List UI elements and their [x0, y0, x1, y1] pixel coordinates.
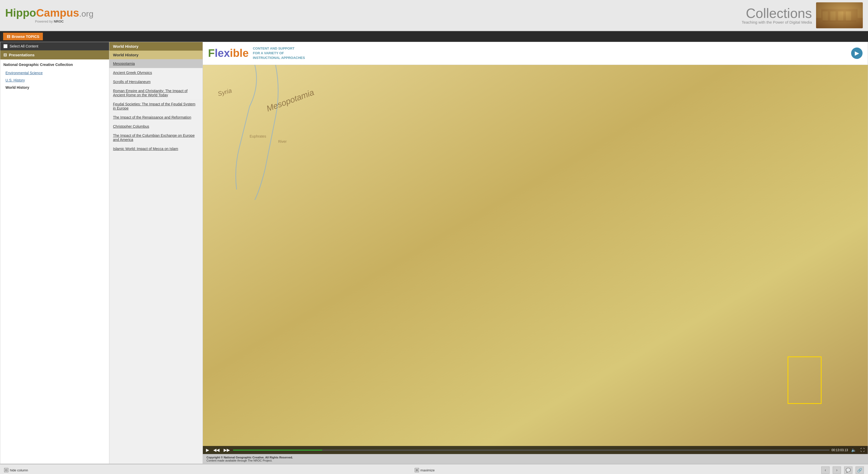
hide-column-plus-icon: ⊟: [4, 468, 8, 472]
sidebar-items: National Geographic Creative Collection …: [0, 59, 109, 464]
sidebar-item-world-history[interactable]: World History: [3, 84, 106, 91]
svg-rect-7: [823, 21, 856, 22]
select-all-label: Select All Content: [10, 44, 38, 48]
svg-rect-10: [203, 65, 868, 454]
middle-item-renaissance[interactable]: The Impact of the Renaissance and Reform…: [110, 113, 203, 122]
collections-image: [816, 2, 863, 28]
logo-area: HippoCampus.org Powered by NROC: [5, 7, 93, 23]
browse-topics-button[interactable]: ⊟ Browse TOPICS: [3, 33, 43, 40]
presentations-label: Presentations: [9, 53, 35, 57]
copyright-bar: Copyright © National Geographic Creative…: [203, 454, 868, 464]
video-controls: ▶ ◀◀ ▶▶ 00:13:03.13 🔈 ⛶: [203, 446, 868, 454]
header: HippoCampus.org Powered by NROC Collecti…: [0, 0, 868, 31]
collections-subtitle: Teaching with the Power of Digital Media: [742, 20, 812, 24]
sidebar-item-us-history[interactable]: U.S. History: [3, 76, 106, 84]
svg-rect-4: [830, 11, 836, 21]
collections-area: Collections Teaching with the Power of D…: [742, 2, 863, 28]
toolbar: ⊟ Browse TOPICS: [0, 31, 868, 42]
svg-rect-1: [816, 18, 863, 28]
middle-item-feudal[interactable]: Feudal Societies: The Impact of the Feud…: [110, 100, 203, 113]
hide-column-label: hide column: [10, 468, 28, 472]
logo-powered-by: Powered by NROC: [5, 20, 93, 23]
middle-item-islamic-world[interactable]: Islamic World: Impact of Mecca on Islam: [110, 144, 203, 153]
collections-title: Collections: [742, 6, 812, 20]
logo-text: HippoCampus.org: [5, 7, 93, 19]
logo-campus: Campus: [36, 7, 79, 19]
flexible-arrow-button[interactable]: ▶: [851, 48, 863, 59]
middle-item-herculaneum[interactable]: Scrolls of Herculaneum: [110, 77, 203, 87]
flexible-banner: Flexible CONTENT AND SUPPORTFOR A VARIET…: [203, 42, 868, 65]
sidebar-item-env-science[interactable]: Environmental Science: [3, 69, 106, 76]
fullscreen-button[interactable]: ⛶: [860, 447, 866, 453]
svg-rect-6: [846, 11, 851, 21]
flexible-lex-letters: lex: [215, 47, 230, 59]
middle-tab: World History: [110, 42, 203, 51]
middle-item-mesopotamia[interactable]: Mesopotamia: [110, 59, 203, 68]
maximize-plus-icon: ⊞: [415, 468, 419, 472]
copyright-text2: Content made available through The NROC …: [207, 459, 273, 462]
middle-section-title: World History: [110, 51, 203, 59]
svg-rect-9: [816, 2, 863, 28]
select-all-bar: Select All Content: [0, 42, 109, 50]
content-area: Select All Content ⊟ Presentations Natio…: [0, 42, 868, 464]
nav-back-button[interactable]: ‹: [821, 467, 830, 474]
maximize-label: maximize: [421, 468, 435, 472]
logo-nroc: NROC: [54, 20, 64, 23]
presentations-bar: ⊟ Presentations: [0, 50, 109, 59]
video-map: Syria Mesopotamia Euphrates River ▶ ◀◀ ▶…: [203, 65, 868, 454]
middle-item-columbus[interactable]: Christopher Columbus: [110, 122, 203, 131]
logo-org: .org: [79, 9, 93, 19]
nav-forward-button[interactable]: ›: [833, 467, 841, 474]
next-button[interactable]: ▶▶: [223, 447, 231, 453]
flexible-ible-letters: ible: [230, 47, 249, 59]
middle-items: Mesopotamia Ancient Greek Olympics Scrol…: [110, 59, 203, 464]
flexible-f-letter: F: [208, 47, 215, 59]
flexible-title: Flexible: [208, 47, 249, 59]
prev-button[interactable]: ◀◀: [212, 447, 220, 453]
svg-rect-3: [823, 11, 828, 21]
browse-topics-label: Browse TOPICS: [12, 34, 39, 39]
time-display: 00:13:03.13: [832, 448, 848, 452]
sidebar: Select All Content ⊟ Presentations Natio…: [0, 42, 110, 464]
copyright-text: Copyright © National Geographic Creative…: [207, 456, 293, 459]
select-all-checkbox[interactable]: [3, 44, 7, 48]
sidebar-collection-title: National Geographic Creative Collection: [3, 63, 106, 67]
svg-text:Euphrates: Euphrates: [250, 134, 266, 138]
svg-rect-2: [821, 10, 858, 24]
bottom-bar: ⊟ hide column ⊞ maximize ‹ › 💬 🔗: [0, 464, 868, 474]
nav-link-button[interactable]: 🔗: [856, 467, 864, 474]
bottom-nav: ‹ › 💬 🔗: [821, 467, 864, 474]
progress-fill: [233, 450, 322, 451]
middle-item-greek-olympics[interactable]: Ancient Greek Olympics: [110, 68, 203, 77]
nav-comment-button[interactable]: 💬: [844, 467, 852, 474]
svg-rect-0: [816, 2, 863, 28]
middle-panel: World History World History Mesopotamia …: [110, 42, 203, 464]
right-panel: Flexible CONTENT AND SUPPORTFOR A VARIET…: [203, 42, 868, 464]
volume-button[interactable]: 🔈: [850, 447, 857, 453]
progress-bar[interactable]: [233, 450, 830, 451]
flexible-description: CONTENT AND SUPPORTFOR A VARIETY OFINSTR…: [253, 46, 847, 61]
minus-presentations-icon: ⊟: [3, 53, 7, 57]
video-area: Syria Mesopotamia Euphrates River ▶ ◀◀ ▶…: [203, 65, 868, 454]
middle-item-columbian-exchange[interactable]: The Impact of the Columbian Exchange on …: [110, 131, 203, 144]
hide-column-button[interactable]: ⊟ hide column: [4, 468, 28, 472]
collections-text-block: Collections Teaching with the Power of D…: [742, 6, 812, 24]
maximize-button[interactable]: ⊞ maximize: [415, 468, 435, 472]
play-button[interactable]: ▶: [205, 447, 210, 453]
minus-icon: ⊟: [7, 34, 10, 39]
logo-hippo: Hippo: [5, 7, 36, 19]
svg-rect-5: [838, 11, 843, 21]
svg-text:River: River: [278, 139, 287, 144]
svg-rect-8: [821, 9, 858, 10]
middle-item-roman-empire[interactable]: Roman Empire and Christianity: The Impac…: [110, 87, 203, 100]
